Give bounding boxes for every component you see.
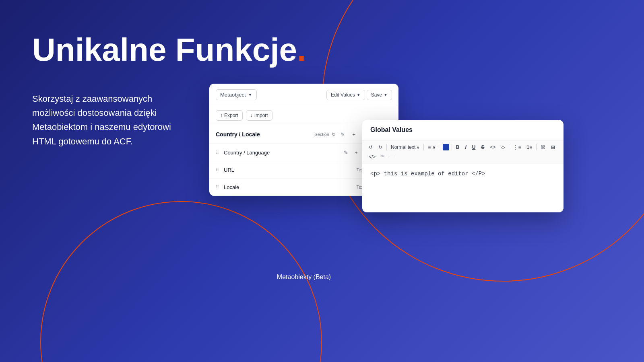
strikethrough-btn[interactable]: S (479, 144, 486, 151)
paragraph-chevron-icon: ∨ (417, 145, 419, 150)
metaobject-caption: Metaobiekty (Beta) (209, 274, 398, 281)
html-caption-text: Edytor HTML w ACF (506, 120, 564, 128)
embed-btn[interactable]: </> (367, 153, 377, 160)
redo-btn[interactable]: ↻ (377, 144, 384, 151)
list-ol-btn[interactable]: 1≡ (525, 144, 534, 151)
add-section-icon[interactable]: + (349, 130, 358, 139)
metaobject-select[interactable]: Metaobject ▼ (216, 89, 257, 100)
more-btn[interactable]: ◇ (500, 144, 506, 151)
section-label: Section (314, 132, 329, 137)
save-label: Save (371, 92, 382, 98)
normal-text-label: Normal text (391, 144, 415, 150)
edit-values-btn[interactable]: Edit Values ▼ (326, 90, 365, 100)
editor-content[interactable]: <p> this is example of editor </P> (362, 164, 564, 212)
underline-btn[interactable]: U (471, 144, 477, 151)
import-btn[interactable]: ↓ Import (246, 110, 272, 121)
drag-icon: ⠿ (216, 167, 219, 173)
drag-icon: ⠿ (216, 185, 219, 190)
edit-section-icon[interactable]: ✎ (338, 130, 347, 139)
import-label: Import (254, 113, 268, 118)
editor-code-text: <p> this is example of editor </P> (370, 171, 555, 177)
html-editor-caption: Edytor HTML w ACF (506, 120, 564, 128)
section-title: Country / Locale (216, 131, 260, 138)
undo-btn[interactable]: ↺ (367, 144, 374, 151)
edit-values-label: Edit Values (331, 92, 355, 98)
paragraph-style-select[interactable]: Normal text ∨ (389, 144, 421, 151)
row-label: Country / Language (224, 150, 338, 156)
toolbar-divider (423, 144, 424, 150)
italic-btn[interactable]: I (463, 144, 468, 151)
editor-toolbar: ↺ ↻ Normal text ∨ ≡ ∨ B I U S (362, 140, 564, 164)
save-btn[interactable]: Save ▼ (367, 90, 392, 100)
edit-row-icon[interactable]: ✎ (341, 148, 350, 157)
color-swatch[interactable] (443, 144, 449, 150)
toolbar-divider (536, 144, 537, 150)
list-ul-btn[interactable]: ⋮≡ (512, 144, 522, 151)
export-arrow-icon: ↑ (220, 113, 223, 118)
link-btn[interactable]: ⛓ (539, 144, 547, 151)
code-inline-btn[interactable]: <> (488, 144, 497, 151)
row-label: URL (224, 167, 353, 173)
title-dot: . (297, 32, 306, 68)
toolbar-divider (509, 144, 509, 150)
title-text: Unikalne Funkcje (32, 32, 297, 68)
bold-btn[interactable]: B (454, 144, 461, 151)
line-height-btn[interactable]: ≡ ∨ (426, 144, 437, 151)
chevron-down-icon: ▼ (248, 93, 252, 97)
toolbar-divider (386, 144, 387, 150)
meta-header: Metaobject ▼ Edit Values ▼ Save ▼ (209, 84, 398, 106)
meta-caption-text: Metaobiekty (Beta) (277, 274, 331, 280)
global-values-card: Edytor HTML w ACF Global Values ↺ ↻ Norm… (362, 120, 564, 212)
meta-btn-group: Edit Values ▼ Save ▼ (326, 90, 392, 100)
select-label: Metaobject (220, 92, 246, 98)
row-label: Locale (224, 184, 353, 190)
description-text: Skorzystaj z zaawansowanych możliwości d… (32, 92, 185, 148)
add-row-icon[interactable]: + (352, 148, 361, 157)
refresh-icon[interactable]: ↻ (332, 132, 336, 137)
export-label: Export (224, 113, 238, 118)
hr-btn[interactable]: — (388, 153, 396, 160)
save-chevron-icon: ▼ (384, 93, 388, 97)
global-title: Global Values (370, 126, 413, 133)
image-btn[interactable]: ⊞ (549, 144, 557, 151)
main-title: Unikalne Funkcje. (32, 32, 612, 68)
drag-icon: ⠿ (216, 150, 219, 155)
toolbar-divider (452, 144, 452, 150)
toolbar-divider (440, 144, 440, 150)
export-btn[interactable]: ↑ Export (216, 110, 243, 121)
quote-btn[interactable]: ❝ (380, 153, 385, 160)
import-arrow-icon: ↓ (250, 113, 253, 118)
mockups-area: Metaobject ▼ Edit Values ▼ Save ▼ (209, 84, 612, 269)
description-area: Skorzystaj z zaawansowanych możliwości d… (32, 84, 185, 148)
heading-area: Unikalne Funkcje. (32, 32, 612, 68)
edit-values-chevron-icon: ▼ (357, 93, 361, 97)
